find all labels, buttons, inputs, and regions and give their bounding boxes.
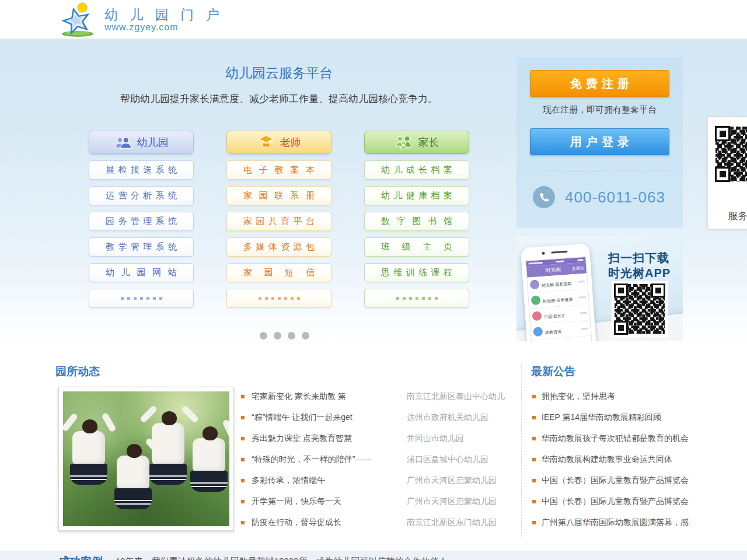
bullet-icon — [532, 458, 536, 461]
announcement-row[interactable]: 华南幼教展构建幼教事业命运共同体 — [532, 449, 696, 470]
kindergarten-header-button[interactable]: 幼儿园 — [89, 131, 194, 154]
announcement-row[interactable]: 中国（长春）国际儿童教育暨产品博览会 — [532, 491, 696, 512]
announcement-row[interactable]: IEEP 第14届华南幼教展精彩回顾 — [532, 407, 696, 428]
menu-item[interactable]: 多媒体资源包 — [226, 237, 331, 257]
carousel-dot[interactable] — [260, 332, 267, 340]
bullet-icon — [241, 521, 245, 524]
register-note: 现在注册，即可拥有整套平台 — [516, 104, 683, 116]
kindergarten-people-icon — [114, 135, 132, 149]
bullet-icon — [241, 395, 245, 398]
menu-item[interactable]: 家园联系册 — [226, 186, 331, 205]
bullet-icon — [241, 479, 245, 482]
menu-item[interactable]: 运营分析系统 — [89, 186, 194, 205]
news-section-title: 园所动态 — [55, 364, 100, 379]
more-items-button[interactable] — [364, 289, 469, 308]
news-list: 宅家新变化 家长来助教 第南京江北新区泰山中心幼儿 “粽”情端午 让我们一起来g… — [241, 386, 514, 533]
more-items-button[interactable] — [226, 289, 331, 308]
teacher-graduate-icon — [257, 135, 275, 150]
column-parent: 家长 幼儿成长档案 幼儿健康档案 数字图书馆 班级主页 思维训练课程 — [364, 131, 469, 308]
site-url: www.zgyey.com — [104, 22, 224, 33]
announcements-list: 拥抱变化，坚持思考 IEEP 第14届华南幼教展精彩回顾 华南幼教展孩子每次犯错… — [532, 386, 696, 533]
service-columns: 幼儿园 晨检接送系统 运营分析系统 园务管理系统 教学管理系统 幼儿园网站 老师… — [89, 131, 469, 308]
service-qr-label: 服务号 — [713, 209, 747, 223]
parent-label: 家长 — [418, 135, 439, 149]
menu-item[interactable]: 晨检接送系统 — [89, 160, 194, 180]
news-row[interactable]: “粽”情端午 让我们一起来get达州市政府机关幼儿园 — [241, 407, 514, 428]
app-download-box: 时光树 发通知 时光树-园长信箱 时光树-安全健康 中级-园长汇 幼教资讯 时光… — [516, 236, 683, 341]
bullet-icon — [241, 437, 245, 440]
parent-header-button[interactable]: 家长 — [364, 131, 469, 154]
column-teacher: 老师 电子教案本 家园联系册 家园共育平台 多媒体资源包 家园短信 — [226, 131, 331, 308]
app-download-caption: 扫一扫下载 时光树APP — [608, 250, 671, 281]
menu-item[interactable]: 幼儿园网站 — [89, 263, 194, 282]
announcement-row[interactable]: 拥抱变化，坚持思考 — [532, 386, 696, 407]
bullet-icon — [532, 500, 536, 503]
menu-item[interactable]: 幼儿成长档案 — [364, 160, 469, 180]
service-qr-code — [713, 124, 747, 184]
announcement-row[interactable]: 广州第八届华南国际幼教展圆满落幕，感 — [532, 512, 696, 533]
register-button[interactable]: 免费注册 — [530, 70, 669, 97]
children-photo-illustration — [63, 391, 229, 526]
news-row[interactable]: 多彩传承，浓情端午广州市天河区启蒙幼儿园 — [241, 470, 514, 491]
hero-title: 幼儿园云服务平台 — [89, 64, 469, 82]
menu-item[interactable]: 思维训练课程 — [364, 263, 469, 282]
success-cases-label: 成功案例 — [58, 554, 103, 560]
menu-item[interactable]: 数字图书馆 — [364, 212, 469, 231]
menu-item[interactable]: 园务管理系统 — [89, 212, 194, 231]
more-items-button[interactable] — [89, 289, 194, 308]
hero-subtitle: 帮助幼儿园提升家长满意度、减少老师工作量、提高幼儿园核心竞争力。 — [54, 92, 504, 106]
logo-star-icon — [60, 2, 96, 37]
announcement-row[interactable]: 华南幼教展孩子每次犯错都是教育的机会 — [532, 428, 696, 449]
service-qr-widget: 服务号 — [707, 117, 747, 229]
carousel-dot[interactable] — [288, 332, 295, 340]
column-kindergarten: 幼儿园 晨检接送系统 运营分析系统 园务管理系统 教学管理系统 幼儿园网站 — [89, 131, 194, 308]
menu-item[interactable]: 教学管理系统 — [89, 237, 194, 257]
site-logo[interactable]: 幼 儿 园 门 户 www.zgyey.com — [60, 2, 224, 37]
panel-divider — [528, 171, 671, 172]
signup-panel: 免费注册 现在注册，即可拥有整套平台 用户登录 400-6011-063 — [516, 57, 683, 228]
login-button[interactable]: 用户登录 — [530, 128, 669, 155]
announcement-row[interactable]: 中国（长春）国际儿童教育暨产品博览会 — [532, 470, 696, 491]
bullet-icon — [532, 521, 536, 524]
kindergarten-label: 幼儿园 — [137, 135, 169, 149]
site-header: 幼 儿 园 门 户 www.zgyey.com — [0, 0, 747, 39]
carousel-dot[interactable] — [302, 332, 309, 340]
news-row[interactable]: 开学第一周，快乐每一天广州市天河区启蒙幼儿园 — [241, 491, 514, 512]
bullet-icon — [532, 395, 536, 398]
phone-mockup: 时光树 发通知 时光树-园长信箱 时光树-安全健康 中级-园长汇 幼教资讯 时光… — [521, 243, 598, 341]
phone-icon — [533, 186, 555, 208]
carousel-dot[interactable] — [274, 332, 281, 340]
bullet-icon — [532, 437, 536, 440]
hotline-row: 400-6011-063 — [533, 186, 665, 208]
bullet-icon — [532, 479, 536, 482]
bullet-icon — [241, 416, 245, 419]
menu-item[interactable]: 家园共育平台 — [226, 212, 331, 231]
menu-item[interactable]: 家园短信 — [226, 263, 331, 282]
news-row[interactable]: 秀出魅力课堂 点亮教育智慧井冈山市幼儿园 — [241, 428, 514, 449]
vertical-divider — [521, 363, 522, 537]
success-cases-text: 10年来，我们累计服务的幼儿园数量超过10000所，成为幼儿园可以信赖的合作伙伴… — [116, 554, 447, 560]
menu-item[interactable]: 班级主页 — [364, 237, 469, 257]
news-photo[interactable] — [58, 387, 234, 531]
menu-item[interactable]: 电子教案本 — [226, 160, 331, 180]
page-root: 幼 儿 园 门 户 www.zgyey.com 幼儿园云服务平台 帮助幼儿园提升… — [0, 0, 747, 560]
app-qr-code — [612, 281, 668, 337]
teacher-label: 老师 — [280, 135, 301, 149]
app-send-notice-button: 发通知 — [571, 265, 587, 272]
teacher-header-button[interactable]: 老师 — [226, 131, 331, 154]
bullet-icon — [532, 416, 536, 419]
carousel-dots — [89, 332, 480, 340]
news-row[interactable]: 宅家新变化 家长来助教 第南京江北新区泰山中心幼儿 — [241, 386, 514, 407]
app-screen-title: 时光树 — [526, 265, 572, 275]
announcements-section-title: 最新公告 — [531, 364, 575, 379]
news-row[interactable]: “特殊的时光，不一样的陪伴”——浦口区盘城中心幼儿园 — [241, 449, 514, 470]
bullet-icon — [241, 458, 245, 461]
menu-item[interactable]: 幼儿健康档案 — [364, 186, 469, 205]
phone-screen: 时光树 发通知 时光树-园长信箱 时光树-安全健康 中级-园长汇 幼教资讯 时光… — [525, 257, 594, 341]
bullet-icon — [241, 500, 245, 503]
hotline-number: 400-6011-063 — [565, 188, 665, 206]
success-cases-bar: 成功案例 10年来，我们累计服务的幼儿园数量超过10000所，成为幼儿园可以信赖… — [0, 551, 747, 560]
news-row[interactable]: 防疫在行动，督导促成长南京江北新区东门幼儿园 — [241, 512, 514, 533]
parent-family-icon — [395, 135, 413, 150]
logo-text: 幼 儿 园 门 户 www.zgyey.com — [104, 7, 224, 33]
